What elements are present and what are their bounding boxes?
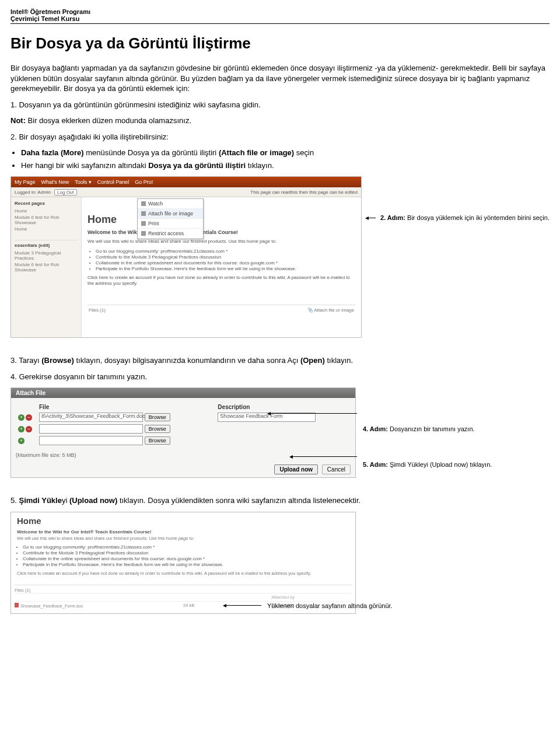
sidebar-item[interactable]: Module 6 test for Rob Showcase (15, 262, 78, 273)
note-label: Not: (10, 116, 26, 125)
file-listing-header: Attached by (15, 593, 352, 601)
logout-button[interactable]: Log Out (54, 189, 76, 195)
wiki-link[interactable]: docs.google.com (239, 260, 274, 266)
browse-button[interactable]: Browse (145, 436, 170, 445)
logged-in-label: Logged in: Admin (15, 190, 51, 195)
watch-icon (141, 201, 146, 206)
nav-my-page[interactable]: My Page (15, 179, 36, 185)
upload-now-button[interactable]: Upload now (274, 464, 318, 474)
attach-file-table: File Description +− 8\Activity_3\Showcas… (16, 403, 351, 446)
wiki-welcome: Welcome to the Wiki for our Intel® Teach… (88, 229, 355, 235)
wiki-link[interactable]: Module 3 Pedagogical Practices discussio… (131, 254, 221, 260)
add-row-icon[interactable]: + (18, 438, 24, 444)
figure-2-caption-5: 5. Adım: Şimdi Yükleyi (Upload now) tıkl… (363, 460, 550, 469)
wiki-link[interactable]: Portfolio Showcase. Here's the feedback … (132, 266, 296, 271)
wiki-footer: Files (1) 📎 Attach file or image (88, 305, 355, 315)
home-bullet: Participate in the Portfolio Showcase. H… (23, 562, 355, 567)
home-bullet: Go to our blogging community: profthecre… (23, 544, 355, 550)
file-row: + Browse (16, 435, 351, 446)
add-row-icon[interactable]: + (18, 414, 24, 421)
file-path-input[interactable]: 8\Activity_3\Showcase_Feedback_Form.doc (39, 413, 143, 422)
sidebar-item[interactable]: Home (15, 208, 78, 214)
sidebar-item[interactable]: Home (15, 226, 78, 232)
file-name[interactable]: Showcase_Feedback_Form.doc (20, 603, 83, 609)
file-type-icon (15, 603, 19, 607)
file-path-input[interactable] (39, 436, 143, 445)
wiki-lead: We will use this wiki to share ideas and… (88, 239, 355, 244)
page-title: Bir Dosya ya da Görüntü İliştirme (10, 34, 550, 53)
add-row-icon[interactable]: + (18, 426, 24, 432)
wiki-bullet: Participate in the Portfolio Showcase. H… (96, 266, 355, 271)
figure-3-caption-row: Yüklenen dosyalar sayfanın altında görün… (220, 602, 550, 609)
wiki-topbar: My Page What's New Tools ▾ Control Panel… (11, 177, 361, 187)
home-link[interactable]: Module 3 Pedagogical Practices discussio… (58, 550, 148, 556)
files-count[interactable]: Files (1) (15, 588, 352, 593)
file-path-input[interactable] (39, 424, 143, 434)
lock-icon (141, 231, 146, 236)
bullet-1-bold-2: (Attach file or image) (219, 148, 294, 157)
caption-4-bold: 4. Adım: (363, 425, 388, 432)
home-closing: Click here to create an account if you h… (17, 571, 349, 576)
dropdown-watch[interactable]: Watch (138, 199, 203, 209)
step-5-pre: 5. (10, 496, 19, 505)
home-link[interactable]: Portfolio Showcase. Here's the feedback … (59, 562, 223, 567)
wiki-bullet: Go to our blogging community: profthecre… (96, 249, 355, 254)
sidebar-item[interactable]: Module 6 test for Rob Showcase (15, 215, 78, 225)
figure-2-captions: 4. Adım: Dosyanızın bir tanımını yazın. … (363, 387, 550, 469)
figure-3-caption: Yüklenen dosyalar sayfanın altında görün… (267, 602, 393, 609)
step-5-post: tıklayın. Dosya yüklendikten sonra wiki … (117, 496, 360, 505)
wiki-subbar: Logged in: Admin Log Out This page can r… (11, 187, 361, 197)
wiki-bullet: Contribute to the Module 3 Pedagogical P… (96, 254, 355, 260)
nav-control-panel[interactable]: Control Panel (97, 179, 130, 185)
wiki-home-heading: Home (88, 214, 355, 226)
bullet-1-bold-1: Daha fazla (More) (21, 148, 84, 157)
home-bullets: Go to our blogging community: profthecre… (23, 544, 355, 567)
figure-1: My Page What's New Tools ▾ Control Panel… (10, 176, 362, 338)
browse-button[interactable]: Browse (145, 413, 170, 421)
arrow-icon (293, 456, 357, 457)
step-1: 1. Dosyanın ya da görüntünün görünmesini… (10, 100, 550, 110)
bullet-2-pre: Her hangi bir wiki sayfanızın altındaki (21, 161, 148, 170)
arrow-icon (369, 218, 376, 218)
cancel-button[interactable]: Cancel (322, 464, 351, 474)
note-text: Bir dosya eklerken düzen modunda olamazs… (26, 116, 191, 125)
home-screenshot-bottom: Home Welcome to the Wiki for Our Intel® … (10, 512, 356, 614)
attach-file-header: Attach File (11, 388, 355, 398)
figure-2-caption-4: 4. Adım: Dosyanızın bir tanımını yazın. (363, 425, 550, 433)
doc-header-line2: Çevrimiçi Temel Kursu (10, 15, 550, 24)
remove-row-icon[interactable]: − (26, 414, 32, 421)
dropdown-print[interactable]: Print (138, 219, 203, 229)
figure-2-row: Attach File File Description +− 8\Activi… (10, 387, 550, 478)
step-5-bold: Şimdi Yükle (19, 496, 61, 505)
attach-link-label: Attach file or image (314, 308, 354, 313)
nav-whats-new[interactable]: What's New (41, 179, 69, 185)
figure-1-row: My Page What's New Tools ▾ Control Panel… (10, 176, 550, 338)
wiki-bullet: Collaborate in the online spreadsheet an… (96, 260, 355, 266)
sidebar-item[interactable]: Module 3 Pedagogical Practices (15, 250, 78, 261)
dropdown-attach-label: Attach file or image (148, 211, 193, 216)
doc-header-line1: Intel® Öğretmen Programı (10, 8, 550, 15)
home-link[interactable]: profthecrentials.21classes.com (88, 544, 152, 550)
caption-5-text: Şimdi Yükleyi (Upload now) tıklayın. (388, 461, 492, 468)
nav-tools[interactable]: Tools ▾ (75, 179, 92, 185)
dropdown-restrict[interactable]: Restrict access (138, 229, 203, 239)
step-3-post: tıklayın. (325, 356, 353, 365)
search-heading: essentials (edit) (15, 240, 78, 248)
home-link[interactable]: docs.google.com (166, 556, 201, 561)
attach-icon (141, 211, 146, 216)
wiki-link[interactable]: profthecrentials.21classes.com (160, 249, 225, 254)
attach-link[interactable]: 📎 Attach file or image (307, 308, 354, 313)
remove-row-icon[interactable]: − (26, 426, 32, 432)
subbar-right-text: This page can readthis then this page ca… (250, 190, 358, 195)
files-count[interactable]: Files (1) (89, 308, 106, 313)
nav-go-pro[interactable]: Go Pro! (135, 179, 153, 185)
dropdown-attach[interactable]: Attach file or image (138, 209, 203, 219)
step-5-mid: yi (62, 496, 69, 505)
max-size-label: (Maximum file size: 5 MB) (16, 452, 351, 458)
figure-1-arrow-row: 2. Adım: Bir dosya yüklemek için iki yön… (369, 214, 550, 222)
caption-4-text: Dosyanızın bir tanımını yazın. (388, 425, 475, 432)
attach-file-panel: Attach File File Description +− 8\Activi… (10, 387, 356, 478)
wiki-screenshot: My Page What's New Tools ▾ Control Panel… (10, 176, 362, 338)
step-2-lead: 2. Bir dosyayı aşağıdaki iki yolla ilişt… (10, 132, 550, 142)
browse-button[interactable]: Browse (145, 425, 170, 433)
